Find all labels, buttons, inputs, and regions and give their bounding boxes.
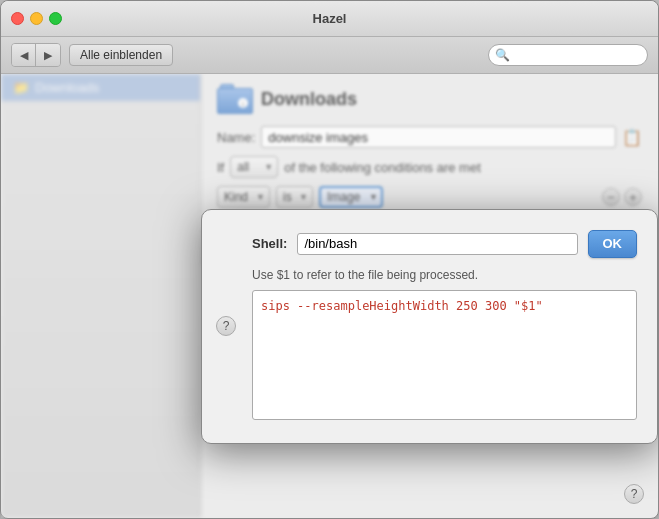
window-title: Hazel: [313, 11, 347, 26]
maximize-button[interactable]: [49, 12, 62, 25]
nav-forward-button[interactable]: ▶: [36, 44, 60, 66]
shell-label: Shell:: [252, 236, 287, 251]
title-bar: Hazel: [1, 1, 658, 37]
nav-back-button[interactable]: ◀: [12, 44, 36, 66]
left-panel: 📁 Downloads: [1, 74, 201, 518]
traffic-lights: [11, 12, 62, 25]
script-area-wrapper: [252, 290, 637, 423]
ok-button[interactable]: OK: [588, 230, 638, 258]
help-button-bottom[interactable]: ?: [624, 484, 644, 504]
shell-input[interactable]: [297, 233, 577, 255]
shell-row: Shell: OK: [252, 230, 637, 258]
folder-small-icon: 📁: [13, 80, 29, 95]
sidebar-item-downloads[interactable]: 📁 Downloads: [1, 74, 200, 101]
modal-hint: Use $1 to refer to the file being proces…: [252, 268, 637, 282]
modal-overlay: ? Shell: OK Use $1 to refer to the file …: [201, 74, 658, 518]
close-button[interactable]: [11, 12, 24, 25]
minimize-button[interactable]: [30, 12, 43, 25]
main-window: Hazel ◀ ▶ Alle einblenden 🔍 📁 Downloads: [0, 0, 659, 519]
sidebar-item-label: Downloads: [35, 80, 99, 95]
search-wrapper: 🔍: [488, 44, 648, 66]
search-icon: 🔍: [495, 48, 510, 62]
alle-einblenden-button[interactable]: Alle einblenden: [69, 44, 173, 66]
toolbar: ◀ ▶ Alle einblenden 🔍: [1, 37, 658, 74]
right-panel: ↓ Downloads Name: 📋 If: [201, 74, 658, 518]
script-textarea[interactable]: [252, 290, 637, 420]
search-input[interactable]: [488, 44, 648, 66]
nav-buttons: ◀ ▶: [11, 43, 61, 67]
help-button-left[interactable]: ?: [216, 316, 236, 336]
main-content: 📁 Downloads ↓ Downloads: [1, 74, 658, 518]
script-editor-modal: ? Shell: OK Use $1 to refer to the file …: [201, 209, 658, 444]
